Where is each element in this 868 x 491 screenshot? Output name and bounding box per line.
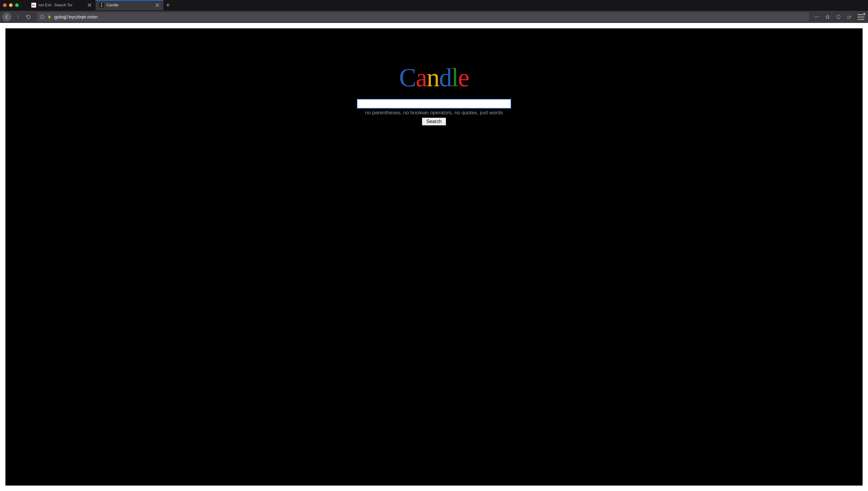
tab-candle[interactable]: Candle [96, 0, 163, 10]
logo-letter: e [458, 64, 469, 90]
logo-letter: d [439, 64, 452, 90]
window-zoom-button[interactable] [15, 3, 19, 7]
window-close-button[interactable] [3, 3, 7, 7]
update-available-badge-icon [863, 13, 866, 16]
svg-point-1 [42, 16, 42, 16]
site-info-icon[interactable] [40, 15, 44, 19]
favicon-not-evil-icon: EVL [31, 3, 36, 7]
tab-title: not Evil - Search Tor [38, 3, 85, 7]
svg-rect-2 [42, 17, 42, 18]
page-actions-button[interactable] [812, 13, 821, 21]
shield-button[interactable] [834, 13, 843, 21]
onion-site-icon [47, 15, 52, 19]
toolbar-right-icons [812, 13, 854, 21]
forward-button[interactable] [13, 12, 22, 22]
search-input[interactable] [357, 99, 511, 109]
search-hint-text: no parentheses, no boolean operators, no… [365, 110, 503, 116]
svg-point-3 [815, 17, 815, 18]
tab-strip: EVL not Evil - Search Tor Candle [0, 0, 868, 11]
url-text: gjobqjj7wyczbqie.onion [54, 15, 806, 19]
logo-letter: n [427, 64, 439, 90]
candle-page: Candle no parentheses, no boolean operat… [5, 28, 863, 486]
tab-title: Candle [106, 3, 153, 7]
svg-point-5 [818, 17, 819, 18]
url-bar[interactable]: gjobqjj7wyczbqie.onion [37, 12, 809, 21]
logo-letter: l [452, 64, 458, 90]
window-minimize-button[interactable] [9, 3, 13, 7]
bookmark-button[interactable] [824, 13, 832, 21]
toolbar: gjobqjj7wyczbqie.onion [0, 11, 868, 23]
svg-point-4 [816, 17, 817, 18]
back-button[interactable] [2, 12, 11, 21]
viewport: Candle no parentheses, no boolean operat… [0, 23, 868, 491]
tab-not-evil[interactable]: EVL not Evil - Search Tor [28, 0, 96, 10]
search-button[interactable]: Search [422, 118, 446, 125]
tab-close-button[interactable] [87, 3, 92, 7]
logo-letter: a [416, 64, 427, 90]
app-menu-button[interactable] [856, 12, 866, 22]
new-circuit-button[interactable] [845, 13, 854, 21]
window-controls [3, 0, 28, 10]
new-tab-button[interactable] [163, 0, 173, 10]
candle-logo: Candle [399, 64, 469, 90]
browser-window: EVL not Evil - Search Tor Candle [0, 0, 868, 491]
tab-close-button[interactable] [155, 3, 160, 7]
reload-button[interactable] [24, 12, 33, 22]
logo-letter: C [399, 64, 415, 90]
favicon-candle-icon [99, 3, 104, 7]
